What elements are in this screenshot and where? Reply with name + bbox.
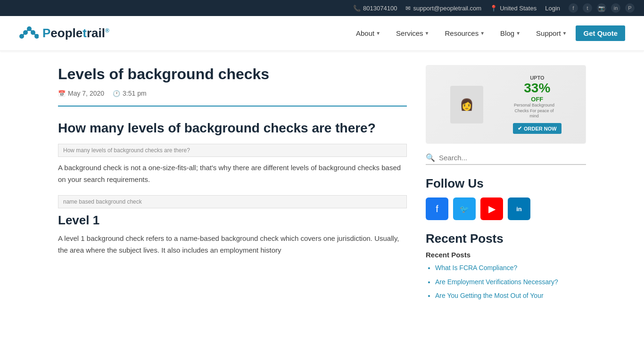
recent-post-link[interactable]: What Is FCRA Compliance? [435,264,517,272]
ad-text-block: UPTO 33% OFF Personal Background Checks … [513,75,561,134]
location-icon: 📍 [490,5,497,12]
section1-heading: How many levels of background checks are… [58,120,407,137]
login-item[interactable]: Login [545,5,560,12]
about-dropdown-icon: ▼ [376,31,380,36]
services-dropdown-icon: ▼ [425,31,429,36]
logo[interactable]: Peopletrail® [19,23,109,43]
nav-support[interactable]: Support ▼ [529,25,573,41]
phone-item[interactable]: 📞 8013074100 [353,5,397,12]
calendar-icon: 📅 [58,90,66,97]
logo-text: Peopletrail® [42,26,109,41]
logo-icon [19,23,39,43]
social-icons: f t 📷 in P [569,3,635,13]
linkedin-topbar-icon[interactable]: in [611,3,620,13]
list-item[interactable]: Are You Getting the Most Out of Your [435,291,586,301]
resources-dropdown-icon: ▼ [480,31,485,36]
article-date: 📅 May 7, 2020 [58,90,104,97]
order-label: ORDER NOW [524,126,557,132]
ad-desc: Personal Background Checks For peace of … [513,103,555,119]
facebook-button[interactable]: f [426,197,448,220]
checkmark-icon: ✔ [518,125,522,132]
article-time: 🕐 3:51 pm [113,90,147,97]
twitter-topbar-icon[interactable]: t [583,3,592,13]
article-title: Levels of background checks [58,65,407,83]
facebook-topbar-icon[interactable]: f [569,3,578,13]
ad-upto: UPTO [513,75,561,81]
recent-posts-list: What Is FCRA Compliance? Are Employment … [426,263,586,301]
list-item[interactable]: Are Employment Verifications Necessary? [435,278,586,287]
blog-dropdown-icon: ▼ [516,31,520,36]
topbar: 📞 8013074100 ✉ support@peopletrail.com 📍… [0,0,644,16]
main-nav: About ▼ Services ▼ Resources ▼ Blog ▼ Su… [349,25,625,41]
ad-figure: 👩 [450,86,483,123]
time-text: 3:51 pm [123,90,147,97]
search-box[interactable]: 🔍 [426,153,586,165]
nav-blog[interactable]: Blog ▼ [494,25,527,41]
nav-getquote[interactable]: Get Quote [576,25,625,41]
pinterest-topbar-icon[interactable]: P [625,3,635,13]
email-icon: ✉ [405,5,411,12]
nav-services[interactable]: Services ▼ [389,25,436,41]
ad-order-button[interactable]: ✔ ORDER NOW [513,123,561,134]
level1-text: A level 1 background check refers to a n… [58,232,407,256]
support-dropdown-icon: ▼ [562,31,567,36]
article-divider [58,106,407,107]
list-item[interactable]: What Is FCRA Compliance? [435,263,586,273]
youtube-button[interactable]: ▶ [480,197,503,220]
search-icon: 🔍 [426,153,435,162]
sidebar-ad[interactable]: 👩 UPTO 33% OFF Personal Background Check… [426,65,586,144]
instagram-topbar-icon[interactable]: 📷 [597,3,606,13]
linkedin-button[interactable]: in [508,197,530,220]
search-input[interactable] [439,154,586,162]
date-text: May 7, 2020 [68,90,104,97]
section1-image: How many levels of background checks are… [58,144,407,157]
phone-number: 8013074100 [363,5,397,12]
location-item[interactable]: 📍 United States [490,5,537,12]
recent-post-link[interactable]: Are You Getting the Most Out of Your [435,292,544,299]
main-content: Levels of background checks 📅 May 7, 202… [58,65,407,305]
level1-heading: Level 1 [58,213,407,228]
recent-heading: Recent Posts [426,231,586,246]
section2-image: name based background check [58,195,407,208]
ad-inner: 👩 UPTO 33% OFF Personal Background Check… [426,66,586,143]
logo-registered: ® [105,27,109,34]
nav-resources[interactable]: Resources ▼ [438,25,491,41]
social-buttons: f 🐦 ▶ in [426,197,586,220]
email-address: support@peopletrail.com [413,5,481,12]
twitter-button[interactable]: 🐦 [453,197,476,220]
header: Peopletrail® About ▼ Services ▼ Resource… [0,16,644,51]
location-text: United States [500,5,537,12]
article-meta: 📅 May 7, 2020 🕐 3:51 pm [58,90,407,97]
clock-icon: 🕐 [113,90,120,97]
follow-heading: Follow Us [426,176,586,191]
section1-text: A background check is not a one-size-fit… [58,162,407,186]
recent-sub: Recent Posts [426,251,586,259]
email-item[interactable]: ✉ support@peopletrail.com [405,5,481,12]
sidebar: 👩 UPTO 33% OFF Personal Background Check… [426,65,586,305]
ad-off: OFF [513,96,561,103]
recent-post-link[interactable]: Are Employment Verifications Necessary? [435,278,558,286]
ad-percent: 33% [513,81,561,96]
phone-icon: 📞 [353,5,361,12]
page-wrap: Levels of background checks 📅 May 7, 202… [39,51,605,320]
nav-about[interactable]: About ▼ [349,25,387,41]
login-text: Login [545,5,560,12]
